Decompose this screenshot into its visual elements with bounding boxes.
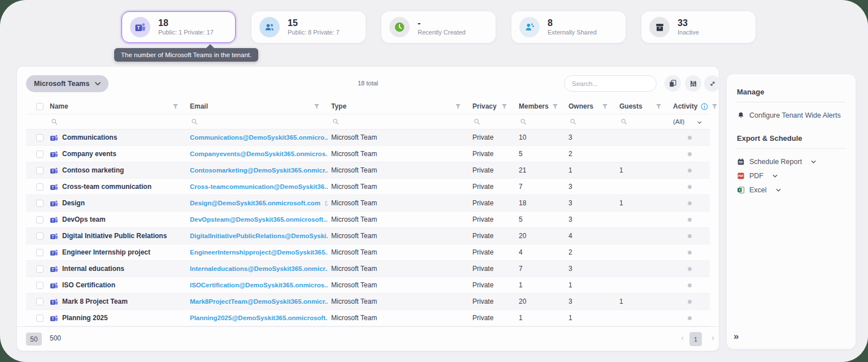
team-name[interactable]: Digital Initiative Public Relations	[62, 232, 167, 240]
column-search-icon[interactable]	[570, 118, 576, 125]
team-email-link[interactable]: Planning2025@DemoSyskit365.onmicrosoft..…	[190, 314, 328, 321]
table-row[interactable]: T Design Design@DemoSyskit365.onmicrosof…	[26, 195, 710, 212]
column-header-privacy[interactable]: Privacy	[472, 102, 497, 110]
filter-funnel-icon[interactable]	[711, 104, 718, 110]
column-search-icon[interactable]	[520, 118, 527, 125]
page-size-500-button[interactable]: 500	[50, 334, 61, 342]
column-header-members[interactable]: Members	[519, 102, 549, 110]
stat-card-teams[interactable]: T 18 Public: 1 Private: 17	[121, 11, 236, 43]
team-email-link[interactable]: Communications@DemoSyskit365.onmicro...	[190, 134, 328, 141]
schedule-report-button[interactable]: Schedule Report	[737, 158, 845, 166]
stat-card-externally-shared[interactable]: 8 Externally Shared	[511, 11, 626, 43]
expand-button[interactable]	[704, 75, 721, 92]
column-header-type[interactable]: Type	[331, 102, 346, 110]
team-name[interactable]: Engineer Internship project	[62, 248, 150, 256]
column-search-icon[interactable]	[332, 118, 339, 125]
team-name[interactable]: Design	[62, 199, 85, 207]
team-email-link[interactable]: EngineerInternshipproject@DemoSyskit365.…	[190, 249, 328, 256]
svg-text:T: T	[51, 283, 54, 287]
team-owners-count: 4	[568, 232, 572, 240]
team-name[interactable]: Communications	[62, 133, 117, 141]
table-row[interactable]: T Communications Communications@DemoSysk…	[26, 130, 710, 146]
teams-icon: T	[50, 265, 58, 273]
filter-funnel-icon[interactable]	[172, 104, 179, 110]
export-pdf-button[interactable]: PDF PDF	[737, 172, 845, 180]
team-name[interactable]: DevOps team	[62, 216, 106, 223]
teams-icon: T	[50, 298, 58, 306]
column-search-icon[interactable]	[51, 118, 58, 125]
table-row[interactable]: T Planning 2025 Planning2025@DemoSyskit3…	[26, 310, 710, 326]
row-checkbox[interactable]	[36, 167, 44, 174]
row-checkbox[interactable]	[36, 282, 44, 289]
row-checkbox[interactable]	[36, 200, 44, 207]
filter-funnel-icon[interactable]	[501, 104, 507, 110]
stat-card-recently-created[interactable]: - Recently Created	[381, 11, 496, 43]
team-email-link[interactable]: Internaleducations@DemoSyskit365.onmicr.…	[190, 265, 328, 272]
team-email-link[interactable]: Companyevents@DemoSyskit365.onmicros...	[190, 150, 328, 157]
table-row[interactable]: T Cross-team communication Cross-teamcom…	[26, 179, 710, 195]
table-row[interactable]: T Engineer Internship project EngineerIn…	[26, 244, 710, 261]
column-search-icon[interactable]	[620, 118, 627, 125]
team-name[interactable]: Internal educations	[62, 265, 124, 273]
table-row[interactable]: T Mark 8 Project Team Mark8ProjectTeam@D…	[26, 294, 710, 310]
activity-filter-dropdown[interactable]: (All)	[670, 118, 710, 125]
configure-tenant-wide-alerts-button[interactable]: Configure Tenant Wide Alerts	[737, 111, 845, 119]
team-email-link[interactable]: ISOCertification@DemoSyskit365.onmicros.…	[190, 282, 328, 288]
row-checkbox[interactable]	[36, 249, 44, 256]
row-checkbox[interactable]	[36, 216, 44, 223]
stat-value: 8	[548, 18, 597, 28]
row-checkbox[interactable]	[36, 298, 44, 305]
copy-button[interactable]	[665, 75, 681, 92]
export-excel-button[interactable]: X Excel	[737, 186, 845, 194]
row-checkbox[interactable]	[36, 150, 44, 158]
filter-funnel-icon[interactable]	[455, 104, 461, 110]
search-input[interactable]	[572, 80, 659, 87]
row-checkbox[interactable]	[36, 232, 44, 240]
page-size-50-button[interactable]: 50	[26, 333, 42, 346]
team-name[interactable]: Planning 2025	[62, 314, 108, 322]
filter-funnel-icon[interactable]	[552, 104, 558, 110]
filter-funnel-icon[interactable]	[656, 104, 662, 110]
team-type: Microsoft Team	[331, 265, 377, 273]
filter-funnel-icon[interactable]	[314, 104, 320, 110]
stat-card-groups[interactable]: 15 Public: 8 Private: 7	[251, 11, 366, 43]
collapse-sidebar-button[interactable]: »	[734, 331, 739, 342]
select-all-checkbox[interactable]	[36, 103, 44, 110]
team-email-link[interactable]: DigitalInitiativePublicRelations@DemoSys…	[190, 232, 328, 239]
team-email-link[interactable]: Mark8ProjectTeam@DemoSyskit365.onmicr...	[190, 298, 328, 305]
column-search-icon[interactable]	[191, 118, 198, 125]
team-name[interactable]: Contoso marketing	[62, 166, 124, 174]
column-header-activity[interactable]: Activity	[673, 102, 697, 110]
filter-funnel-icon[interactable]	[602, 104, 608, 110]
column-search-icon[interactable]	[474, 118, 480, 125]
column-header-owners[interactable]: Owners	[568, 102, 593, 110]
team-email-link[interactable]: Cross-teamcommunication@DemoSyskit36...	[190, 183, 328, 190]
table-row[interactable]: T DevOps team DevOpsteam@DemoSyskit365.o…	[26, 212, 710, 228]
team-guests-count: 1	[619, 298, 623, 305]
current-page-indicator[interactable]: 1	[689, 332, 702, 346]
row-checkbox[interactable]	[36, 134, 44, 141]
team-email-link[interactable]: Design@DemoSyskit365.onmicrosoft.com	[190, 200, 320, 206]
team-email-link[interactable]: DevOpsteam@DemoSyskit365.onmicrosoft....	[190, 216, 328, 223]
team-name[interactable]: ISO Certification	[62, 281, 115, 289]
team-email-link[interactable]: Contosomarketing@DemoSyskit365.onmicr...	[190, 167, 328, 174]
column-header-email[interactable]: Email	[190, 102, 208, 110]
previous-page-button[interactable]: ‹	[681, 333, 684, 342]
team-name[interactable]: Mark 8 Project Team	[62, 298, 128, 305]
stat-card-inactive[interactable]: 33 Inactive	[641, 11, 756, 43]
column-header-guests[interactable]: Guests	[619, 102, 643, 110]
table-row[interactable]: T Company events Companyevents@DemoSyski…	[26, 146, 710, 162]
team-name[interactable]: Cross-team communication	[62, 183, 151, 191]
info-icon[interactable]	[701, 103, 708, 110]
team-name[interactable]: Company events	[62, 150, 116, 158]
row-checkbox[interactable]	[36, 265, 44, 273]
next-page-button[interactable]: ›	[711, 333, 714, 342]
table-row[interactable]: T Digital Initiative Public Relations Di…	[26, 228, 710, 244]
table-row[interactable]: T ISO Certification ISOCertification@Dem…	[26, 277, 710, 294]
row-checkbox[interactable]	[36, 183, 44, 191]
row-checkbox[interactable]	[36, 314, 44, 322]
save-view-button[interactable]	[685, 75, 701, 92]
column-header-name[interactable]: Name	[50, 102, 68, 110]
table-row[interactable]: T Internal educations Internaleducations…	[26, 261, 710, 277]
table-row[interactable]: T Contoso marketing Contosomarketing@Dem…	[26, 162, 710, 179]
